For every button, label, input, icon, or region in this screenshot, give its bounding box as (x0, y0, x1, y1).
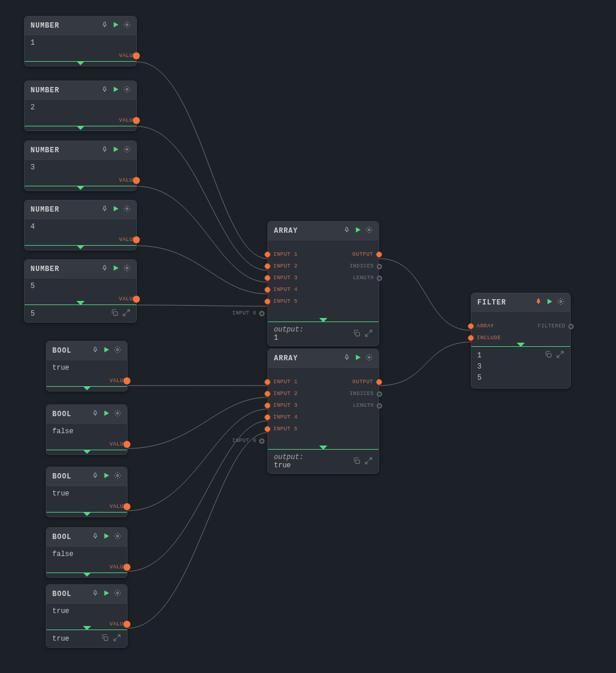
input-port-3[interactable]: INPUT 3 (265, 400, 297, 411)
gear-icon[interactable] (123, 264, 130, 273)
node-bool-2[interactable]: BOOL false VALUE (46, 404, 128, 455)
output-port-output[interactable]: OUTPUT (350, 249, 382, 260)
node-header[interactable]: FILTER (471, 293, 570, 312)
output-port-length[interactable]: LENGTH (350, 272, 382, 284)
output-port-indices[interactable]: INDICES (350, 388, 382, 400)
input-port-1[interactable]: INPUT 1 (265, 376, 297, 388)
pin-icon[interactable] (101, 264, 108, 273)
node-bool-3[interactable]: BOOL true VALUE (46, 467, 128, 517)
node-filter[interactable]: FILTER ARRAY INCLUDE FILTERED 1 3 5 (471, 293, 571, 389)
node-header[interactable]: NUMBER (25, 141, 136, 160)
output-port[interactable] (133, 177, 140, 184)
expand-icon[interactable] (113, 634, 121, 644)
pin-icon[interactable] (535, 298, 542, 307)
pin-icon[interactable] (101, 21, 108, 30)
node-header[interactable]: NUMBER (25, 200, 136, 219)
node-number-3[interactable]: NUMBER 3 VALUE (24, 140, 137, 191)
output-port[interactable] (123, 377, 130, 384)
gear-icon[interactable] (114, 346, 121, 355)
node-number-2[interactable]: NUMBER 2 VALUE (24, 81, 137, 131)
play-icon[interactable] (354, 226, 361, 235)
gear-icon[interactable] (123, 21, 130, 30)
pin-icon[interactable] (343, 354, 350, 363)
play-icon[interactable] (103, 590, 110, 598)
pin-icon[interactable] (343, 226, 350, 235)
play-icon[interactable] (112, 205, 119, 214)
input-port-5[interactable]: INPUT 5 (265, 296, 297, 307)
play-icon[interactable] (546, 298, 553, 307)
node-header[interactable]: NUMBER (25, 260, 136, 279)
input-port-2[interactable]: INPUT 2 (265, 260, 297, 272)
output-port-length[interactable]: LENGTH (350, 400, 382, 411)
node-bool-1[interactable]: BOOL true VALUE (46, 341, 128, 391)
copy-icon[interactable] (353, 457, 361, 467)
expand-handle-icon[interactable] (319, 318, 327, 322)
node-header[interactable]: ARRAY (268, 349, 379, 368)
node-header[interactable]: NUMBER (25, 16, 136, 35)
input-port-1[interactable]: INPUT 1 (265, 249, 297, 260)
input-port-4[interactable]: INPUT 4 (265, 284, 297, 296)
gear-icon[interactable] (114, 410, 121, 418)
expand-handle-icon[interactable] (319, 446, 327, 450)
copy-icon[interactable] (544, 350, 553, 360)
expand-handle-icon[interactable] (76, 186, 85, 190)
input-port-include[interactable]: INCLUDE (468, 332, 501, 344)
gear-icon[interactable] (366, 354, 373, 363)
play-icon[interactable] (112, 21, 119, 30)
input-port-array[interactable]: ARRAY (468, 320, 501, 332)
expand-handle-icon[interactable] (76, 301, 85, 305)
node-header[interactable]: BOOL (46, 585, 127, 604)
node-header[interactable]: BOOL (46, 405, 127, 424)
node-array-2[interactable]: ARRAY INPUT 1 INPUT 2 INPUT 3 INPUT 4 IN… (267, 349, 379, 474)
node-header[interactable]: BOOL (46, 341, 127, 360)
node-header[interactable]: ARRAY (268, 222, 379, 240)
pin-icon[interactable] (101, 86, 108, 95)
output-port[interactable] (133, 296, 140, 303)
pin-icon[interactable] (92, 346, 99, 355)
expand-handle-icon[interactable] (517, 343, 525, 347)
play-icon[interactable] (112, 146, 119, 155)
node-bool-4[interactable]: BOOL false VALUE (46, 527, 128, 578)
expand-handle-icon[interactable] (83, 450, 91, 454)
play-icon[interactable] (103, 346, 110, 355)
pin-icon[interactable] (92, 472, 99, 481)
expand-handle-icon[interactable] (83, 386, 91, 390)
output-port-filtered[interactable]: FILTERED (538, 320, 574, 332)
output-port-indices[interactable]: INDICES (350, 260, 382, 272)
gear-icon[interactable] (123, 146, 130, 155)
gear-icon[interactable] (123, 205, 130, 214)
output-port[interactable] (123, 441, 130, 448)
gear-icon[interactable] (114, 472, 121, 481)
play-icon[interactable] (112, 86, 119, 95)
output-port[interactable] (123, 621, 130, 628)
node-number-4[interactable]: NUMBER 4 VALUE (24, 200, 137, 250)
output-port[interactable] (123, 503, 130, 510)
copy-icon[interactable] (111, 309, 119, 319)
expand-icon[interactable] (364, 329, 373, 339)
expand-handle-icon[interactable] (76, 61, 85, 65)
node-bool-5[interactable]: BOOL true VALUE true (46, 584, 128, 648)
output-port[interactable] (133, 236, 140, 243)
expand-handle-icon[interactable] (83, 512, 91, 516)
expand-icon[interactable] (364, 457, 373, 467)
node-header[interactable]: BOOL (46, 467, 127, 486)
pin-icon[interactable] (92, 590, 99, 598)
node-header[interactable]: NUMBER (25, 81, 136, 100)
input-port-4[interactable]: INPUT 4 (265, 411, 297, 423)
play-icon[interactable] (354, 354, 361, 363)
input-port-3[interactable]: INPUT 3 (265, 272, 297, 284)
play-icon[interactable] (112, 264, 119, 273)
output-port[interactable] (123, 564, 130, 571)
input-port-5[interactable]: INPUT 5 (265, 423, 297, 435)
output-port[interactable] (133, 52, 140, 59)
expand-handle-icon[interactable] (76, 126, 85, 130)
gear-icon[interactable] (114, 590, 121, 598)
node-array-1[interactable]: ARRAY INPUT 1 INPUT 2 INPUT 3 INPUT 4 IN… (267, 221, 379, 346)
node-header[interactable]: BOOL (46, 528, 127, 547)
play-icon[interactable] (103, 472, 110, 481)
input-port-2[interactable]: INPUT 2 (265, 388, 297, 400)
gear-icon[interactable] (366, 226, 373, 235)
pin-icon[interactable] (92, 533, 99, 541)
pin-icon[interactable] (101, 146, 108, 155)
gear-icon[interactable] (123, 86, 130, 95)
